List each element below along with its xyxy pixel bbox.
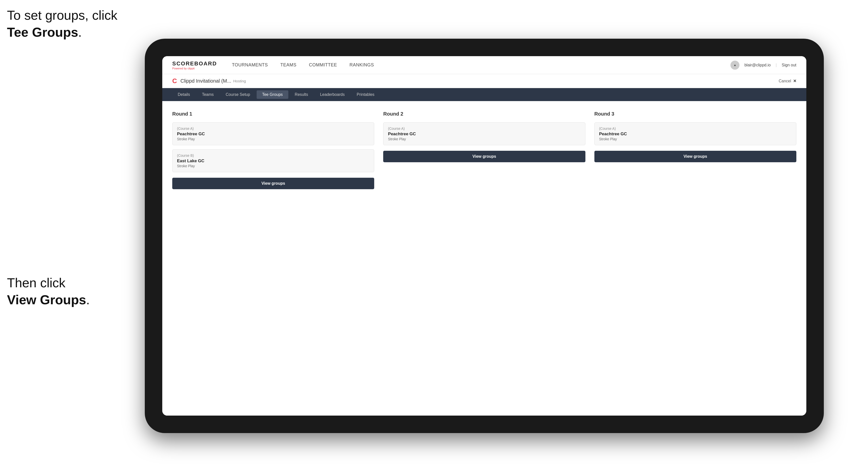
nav-rankings[interactable]: RANKINGS	[349, 62, 374, 68]
round-1-course-a-label: (Course A)	[177, 127, 369, 130]
round-2-view-groups-button[interactable]: View groups	[383, 151, 585, 162]
tab-course-setup[interactable]: Course Setup	[220, 90, 256, 99]
nav-email: blair@clippd.io	[744, 63, 771, 67]
round-1-course-b-name: East Lake GC	[177, 158, 369, 163]
round-2-course-a-name: Peachtree GC	[388, 131, 581, 136]
nav-avatar: ●	[731, 61, 739, 70]
tab-results[interactable]: Results	[289, 90, 314, 99]
sub-header-status: Hosting	[233, 79, 246, 83]
instruction-bottom-line1: Then click	[7, 276, 65, 290]
tablet-screen: SCOREBOARD Powered by clippit TOURNAMENT…	[162, 56, 806, 415]
logo-sub: Powered by clippit	[172, 67, 217, 70]
round-2-course-a-label: (Course A)	[388, 127, 581, 130]
cancel-button[interactable]: Cancel ✕	[779, 79, 796, 83]
cancel-x-icon: ✕	[793, 79, 796, 83]
tab-leaderboards[interactable]: Leaderboards	[314, 90, 350, 99]
top-navigation: SCOREBOARD Powered by clippit TOURNAMENT…	[162, 56, 806, 74]
nav-committee[interactable]: COMMITTEE	[309, 62, 337, 68]
cancel-label: Cancel	[779, 79, 791, 83]
rounds-grid: Round 1 (Course A) Peachtree GC Stroke P…	[172, 111, 796, 189]
main-content: Round 1 (Course A) Peachtree GC Stroke P…	[162, 101, 806, 415]
nav-tournaments[interactable]: TOURNAMENTS	[232, 62, 268, 68]
tab-teams[interactable]: Teams	[196, 90, 219, 99]
round-1-course-b-label: (Course B)	[177, 154, 369, 157]
round-3-course-a-format: Stroke Play	[599, 137, 792, 141]
instruction-bottom-line2: View Groups	[7, 292, 86, 307]
round-3-title: Round 3	[594, 111, 796, 117]
nav-right: ● blair@clippd.io | Sign out	[731, 61, 796, 70]
round-2-course-a-format: Stroke Play	[388, 137, 581, 141]
tablet-device: SCOREBOARD Powered by clippit TOURNAMENT…	[145, 39, 824, 433]
logo-area: SCOREBOARD Powered by clippit	[172, 60, 217, 70]
instruction-top: To set groups, click Tee Groups.	[7, 7, 117, 41]
round-3-column: Round 3 (Course A) Peachtree GC Stroke P…	[594, 111, 796, 189]
round-3-course-a-card: (Course A) Peachtree GC Stroke Play	[594, 122, 796, 145]
instruction-top-period: .	[78, 25, 82, 39]
round-2-course-a-card: (Course A) Peachtree GC Stroke Play	[383, 122, 585, 145]
round-2-title: Round 2	[383, 111, 585, 117]
round-1-course-b-card: (Course B) East Lake GC Stroke Play	[172, 149, 374, 172]
sub-header-logo: C	[172, 77, 177, 85]
instruction-bottom: Then click View Groups.	[7, 275, 90, 308]
round-1-column: Round 1 (Course A) Peachtree GC Stroke P…	[172, 111, 374, 189]
tab-printables[interactable]: Printables	[351, 90, 380, 99]
round-3-course-a-label: (Course A)	[599, 127, 792, 130]
nav-links: TOURNAMENTS TEAMS COMMITTEE RANKINGS	[232, 62, 731, 68]
round-1-course-a-format: Stroke Play	[177, 137, 369, 141]
round-1-course-a-name: Peachtree GC	[177, 131, 369, 136]
round-2-column: Round 2 (Course A) Peachtree GC Stroke P…	[383, 111, 585, 189]
nav-teams[interactable]: TEAMS	[280, 62, 297, 68]
sub-header: C Clippd Invitational (M... Hosting Canc…	[162, 74, 806, 88]
tab-navigation: Details Teams Course Setup Tee Groups Re…	[162, 88, 806, 101]
round-3-view-groups-button[interactable]: View groups	[594, 151, 796, 162]
round-1-course-a-card: (Course A) Peachtree GC Stroke Play	[172, 122, 374, 145]
round-1-view-groups-button[interactable]: View groups	[172, 178, 374, 189]
sign-out-link[interactable]: Sign out	[782, 63, 796, 67]
tab-details[interactable]: Details	[172, 90, 195, 99]
instruction-top-line2: Tee Groups	[7, 25, 78, 39]
nav-divider: |	[776, 63, 777, 67]
logo-text: SCOREBOARD	[172, 60, 217, 67]
round-1-title: Round 1	[172, 111, 374, 117]
round-3-course-a-name: Peachtree GC	[599, 131, 792, 136]
instruction-top-line1: To set groups, click	[7, 8, 117, 23]
instruction-bottom-period: .	[86, 292, 90, 307]
tab-tee-groups[interactable]: Tee Groups	[257, 90, 288, 99]
round-1-course-b-format: Stroke Play	[177, 164, 369, 168]
sub-header-title: Clippd Invitational (M...	[181, 78, 231, 84]
